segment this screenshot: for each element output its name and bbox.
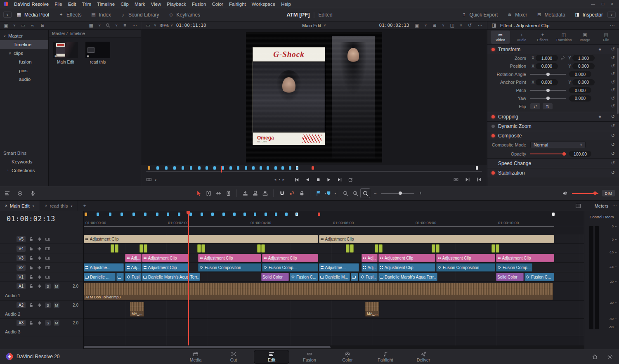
split-chevron[interactable]: ∨ [460, 24, 462, 27]
track-badge[interactable]: V4 [17, 246, 26, 252]
timeline-tab-main-edit[interactable]: ×Main Edit∨ [0, 201, 40, 211]
timeline-tracks-area[interactable]: 01:00:00:0001:00:02:0001:00:04:0001:00:0… [84, 211, 584, 349]
flip-vertical-button[interactable]: ⇅ [543, 103, 553, 109]
timeline-clip-adj[interactable]: Adj... [361, 263, 378, 272]
timeline-marker-blue[interactable] [233, 213, 236, 216]
timeline-clip-fusi[interactable]: Fusi... [359, 273, 378, 281]
strip-view-icon[interactable]: ▭ [20, 23, 26, 28]
timeline-clip-adjustment-clip[interactable]: Adjustment Clip [436, 254, 495, 262]
timeline-clip-clip[interactable] [144, 244, 147, 253]
timeline-playhead[interactable] [188, 211, 189, 345]
track-badge[interactable]: V3 [17, 255, 26, 261]
scrubber-playhead[interactable] [221, 166, 222, 173]
flip-horizontal-button[interactable]: ⇄ [530, 103, 540, 109]
scrubber-marker-blue[interactable] [274, 166, 277, 170]
app-menu[interactable]: DaVinci Resolve [11, 2, 52, 7]
full-extent-zoom-button[interactable] [340, 188, 350, 198]
viewer-mode-icon[interactable]: ▭ [145, 23, 151, 28]
scrubber-marker-blue[interactable] [281, 166, 284, 170]
media-pool-options-icon[interactable]: ⋯ [132, 23, 137, 28]
track-badge[interactable]: V1 [17, 274, 26, 280]
inspector-scrollbar[interactable] [617, 48, 619, 114]
timeline-marker-white[interactable] [552, 213, 555, 216]
timeline-clip-adjustment-clip[interactable]: Adjustment Clip [378, 263, 435, 272]
flip-reset-icon[interactable]: ↺ [611, 104, 615, 109]
bin-tree-item-audio[interactable]: audio [0, 75, 48, 83]
menu-fusion[interactable]: Fusion [189, 2, 209, 7]
viewer-options-icon[interactable]: ⋯ [477, 23, 483, 28]
zoom-slider-knob[interactable] [399, 191, 402, 195]
solo-button[interactable]: S [45, 284, 51, 289]
rotation-angle-slider[interactable] [530, 71, 566, 77]
scrubber-marker-white[interactable] [476, 166, 478, 170]
track-film-icon[interactable] [45, 246, 50, 251]
timeline-clip-fusion-comp[interactable]: Fusion Comp... [496, 263, 532, 272]
add-timeline-tab-button[interactable]: + [78, 203, 91, 209]
anchor-reset-icon[interactable]: ↺ [611, 80, 615, 85]
metadata-view-icon[interactable]: ⊟ [40, 23, 45, 28]
zoom-in-button[interactable]: + [416, 188, 425, 198]
transform-reset-icon[interactable]: ↺ [611, 47, 615, 52]
scrubber-marker-blue[interactable] [289, 166, 291, 170]
menu-playback[interactable]: Playback [164, 2, 189, 7]
scrubber-marker-blue[interactable] [156, 166, 159, 170]
menu-workspace[interactable]: Workspace [249, 2, 278, 7]
timeline-clip-clip[interactable] [351, 273, 358, 281]
inspector-button[interactable]: ◨Inspector [570, 8, 607, 21]
timeline-marker-blue[interactable] [167, 213, 169, 216]
auto-select-icon[interactable] [37, 255, 42, 261]
track-lock-icon[interactable] [28, 236, 34, 242]
previous-edit-icon[interactable] [476, 177, 482, 182]
dim-button[interactable]: DIM [602, 190, 615, 196]
meters-panel-toggle-icon[interactable] [575, 203, 581, 209]
track-lock-icon[interactable] [28, 274, 34, 280]
menu-fairlight[interactable]: Fairlight [226, 2, 249, 7]
speed-change-section-header[interactable]: Speed Change ◆ ↺ [487, 158, 619, 168]
auto-select-icon[interactable] [37, 236, 42, 242]
replace-clip-button[interactable] [260, 188, 270, 198]
position-lock-button[interactable] [297, 188, 307, 198]
next-edit-icon[interactable] [465, 177, 470, 182]
auto-select-icon[interactable] [37, 265, 42, 270]
page-deliver[interactable]: Deliver [406, 350, 441, 364]
zoom-slider-button[interactable] [380, 188, 416, 198]
timeline-clip-clip[interactable] [375, 244, 378, 253]
custom-zoom-button[interactable] [360, 188, 370, 198]
timeline-clip-danielle-m[interactable]: Danielle M... [319, 273, 350, 281]
timeline-clip-clip[interactable] [197, 244, 201, 253]
scrubber-marker-blue[interactable] [260, 166, 262, 170]
settings-gear-icon[interactable] [607, 354, 613, 360]
zoom-out-button[interactable]: − [370, 188, 380, 198]
track-lock-icon[interactable] [28, 284, 34, 289]
scrubber-marker-blue[interactable] [267, 166, 269, 170]
cropping-keyframe-icon[interactable]: ◆ [599, 115, 601, 118]
go-to-first-frame-button[interactable] [293, 176, 300, 183]
timeline-clip-clip[interactable] [261, 244, 265, 253]
scrubber-marker-blue[interactable] [198, 166, 201, 170]
bin-clip-main-edit[interactable]: ▦Main Edit [53, 42, 78, 64]
page-cut[interactable]: Cut [216, 350, 251, 364]
menu-view[interactable]: View [148, 2, 164, 7]
timeline-clip-fusion-composition[interactable]: Fusion Composition [436, 263, 495, 272]
page-media[interactable]: Media [178, 350, 213, 364]
menu-mark[interactable]: Mark [132, 2, 148, 7]
inspector-tab-audio[interactable]: ♪Audio [512, 31, 531, 44]
composite-section-header[interactable]: Composite ◆ ↺ [487, 131, 619, 140]
bin-tree-item-timeline[interactable]: Timeline [0, 40, 48, 49]
menu-trim[interactable]: Trim [79, 2, 95, 7]
track-badge[interactable]: A3 [17, 320, 26, 326]
menu-help[interactable]: Help [278, 2, 294, 7]
play-button[interactable] [325, 176, 332, 183]
timeline-marker-red[interactable] [318, 213, 320, 216]
timeline-clip-clip[interactable] [139, 244, 143, 253]
position-x-input[interactable]: 0.000 [536, 63, 558, 69]
solo-button[interactable]: S [45, 320, 51, 326]
dynamic-trim-mode-button[interactable] [213, 188, 223, 198]
scrubber-marker-blue[interactable] [173, 166, 176, 170]
inspector-tab-file[interactable]: ▤File [596, 31, 616, 44]
timeline-clip-fusion-comp[interactable]: Fusion Comp... [262, 263, 318, 272]
video-track-lane-v3[interactable]: Adj...Adjustment ClipAdjustment ClipAdju… [84, 253, 584, 263]
menu-file[interactable]: File [52, 2, 65, 7]
timeline-clip-adjustme[interactable]: Adjustme... [84, 263, 124, 272]
audio-clip-ma[interactable]: MA_... [365, 302, 379, 317]
